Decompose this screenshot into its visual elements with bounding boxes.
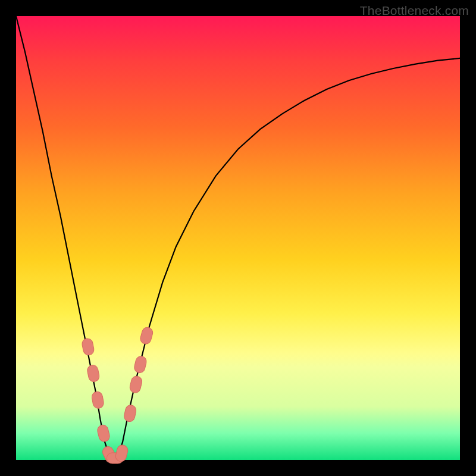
watermark-text: TheBottleneck.com: [360, 4, 469, 18]
plot-area: [16, 16, 460, 460]
chart-stage: TheBottleneck.com: [0, 0, 476, 476]
